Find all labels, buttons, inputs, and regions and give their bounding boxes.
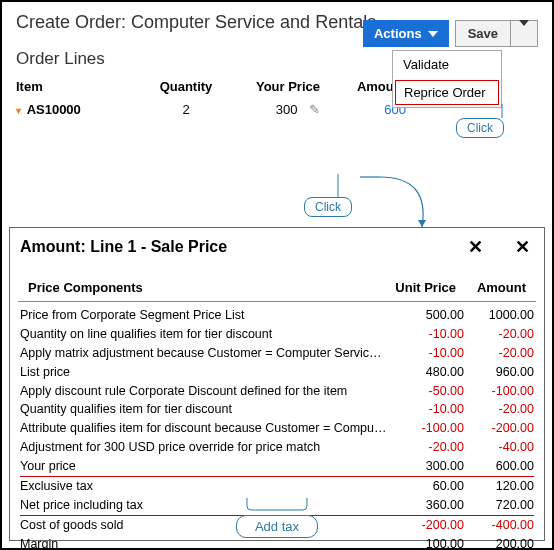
price-component-row: Quantity on line qualifies item for tier… bbox=[20, 325, 534, 344]
price-component-row: Quantity qualifies item for tier discoun… bbox=[20, 400, 534, 419]
component-label: Attribute qualifies item for discount be… bbox=[20, 420, 394, 437]
component-label: Apply matrix adjustment because Customer… bbox=[20, 345, 394, 362]
amount-value: 600.00 bbox=[464, 458, 534, 475]
panel-title: Amount: Line 1 - Sale Price bbox=[20, 238, 464, 256]
chevron-down-icon bbox=[428, 31, 438, 37]
price-value: 300 bbox=[276, 102, 298, 117]
amount-value: 960.00 bbox=[464, 364, 534, 381]
unit-price-value: 480.00 bbox=[394, 364, 464, 381]
price-component-row: Attribute qualifies item for discount be… bbox=[20, 419, 534, 438]
amount-value: -20.00 bbox=[464, 345, 534, 362]
arrow-icon bbox=[360, 172, 430, 232]
annotation-addtax: Add tax bbox=[236, 515, 318, 538]
annotation-click: Click bbox=[304, 197, 352, 217]
save-button[interactable]: Save bbox=[455, 20, 511, 47]
top-button-bar: Actions Save bbox=[363, 20, 538, 47]
menu-item-reprice-order[interactable]: Reprice Order bbox=[395, 80, 499, 105]
actions-label: Actions bbox=[374, 26, 422, 41]
unit-price-value: -10.00 bbox=[394, 345, 464, 362]
annotation-addtax-wrap: Add tax bbox=[236, 498, 318, 538]
component-label: Quantity qualifies item for tier discoun… bbox=[20, 401, 394, 418]
unit-price-value: 500.00 bbox=[394, 307, 464, 324]
component-label: Your price bbox=[20, 458, 394, 475]
price-component-row: Apply matrix adjustment because Customer… bbox=[20, 344, 534, 363]
actions-menu: ValidateReprice Order bbox=[392, 50, 502, 108]
unit-price-value: -10.00 bbox=[394, 326, 464, 343]
amount-value: -20.00 bbox=[464, 401, 534, 418]
amount-value: -40.00 bbox=[464, 439, 534, 456]
actions-button[interactable]: Actions bbox=[363, 20, 449, 47]
component-label: List price bbox=[20, 364, 394, 381]
col-unit-price: Unit Price bbox=[386, 280, 456, 295]
price-panel: Amount: Line 1 - Sale Price ✕ ✕ Price Co… bbox=[9, 227, 545, 541]
chevron-down-icon bbox=[519, 20, 529, 41]
unit-price-value: 60.00 bbox=[394, 478, 464, 495]
col-item: Item bbox=[16, 79, 136, 94]
col-price: Your Price bbox=[236, 79, 326, 94]
component-label: Adjustment for 300 USD price override fo… bbox=[20, 439, 394, 456]
amount-value: -20.00 bbox=[464, 326, 534, 343]
price-component-row: Adjustment for 300 USD price override fo… bbox=[20, 438, 534, 457]
unit-price-value: 360.00 bbox=[394, 497, 464, 514]
annotation-click: Click bbox=[456, 118, 504, 138]
unit-price-value: -10.00 bbox=[394, 401, 464, 418]
item-code: AS10000 bbox=[27, 102, 81, 117]
col-amount: Amount bbox=[456, 280, 526, 295]
col-qty: Quantity bbox=[136, 79, 236, 94]
amount-value: 720.00 bbox=[464, 497, 534, 514]
price-component-row: Price from Corporate Segment Price List5… bbox=[20, 306, 534, 325]
unit-price-value: 300.00 bbox=[394, 458, 464, 475]
callout-connector-icon bbox=[237, 498, 317, 512]
unit-price-value: -200.00 bbox=[394, 517, 464, 534]
qty-value: 2 bbox=[136, 102, 236, 117]
amount-value: -100.00 bbox=[464, 383, 534, 400]
component-label: Price from Corporate Segment Price List bbox=[20, 307, 394, 324]
component-label: Apply discount rule Corporate Discount d… bbox=[20, 383, 394, 400]
price-component-row: Apply discount rule Corporate Discount d… bbox=[20, 382, 534, 401]
menu-item-validate[interactable]: Validate bbox=[393, 51, 501, 78]
component-label: Cost of goods sold bbox=[20, 517, 394, 534]
amount-value: -200.00 bbox=[464, 420, 534, 437]
pencil-icon[interactable]: ✎ bbox=[309, 102, 320, 117]
component-label: Net price including tax bbox=[20, 497, 394, 514]
price-component-row: Your price300.00600.00 bbox=[20, 457, 534, 476]
amount-value: 1000.00 bbox=[464, 307, 534, 324]
price-component-row: List price480.00960.00 bbox=[20, 363, 534, 382]
svg-marker-1 bbox=[418, 220, 426, 227]
component-label: Exclusive tax bbox=[20, 478, 394, 495]
save-dropdown-button[interactable] bbox=[511, 20, 538, 47]
callout-line-icon bbox=[332, 174, 362, 199]
close-icon[interactable]: ✕ bbox=[464, 236, 487, 258]
amount-value: 200.00 bbox=[464, 536, 534, 551]
col-components: Price Components bbox=[28, 280, 386, 295]
price-component-row: Exclusive tax60.00120.00 bbox=[20, 476, 534, 496]
item-icon: ▾ bbox=[16, 105, 21, 116]
unit-price-value: -100.00 bbox=[394, 420, 464, 437]
unit-price-value: 100.00 bbox=[394, 536, 464, 551]
amount-value: 120.00 bbox=[464, 478, 534, 495]
component-label: Quantity on line qualifies item for tier… bbox=[20, 326, 394, 343]
unit-price-value: -50.00 bbox=[394, 383, 464, 400]
unit-price-value: -20.00 bbox=[394, 439, 464, 456]
amount-value: -400.00 bbox=[464, 517, 534, 534]
close-icon[interactable]: ✕ bbox=[511, 236, 534, 258]
component-label: Margin bbox=[20, 536, 394, 551]
